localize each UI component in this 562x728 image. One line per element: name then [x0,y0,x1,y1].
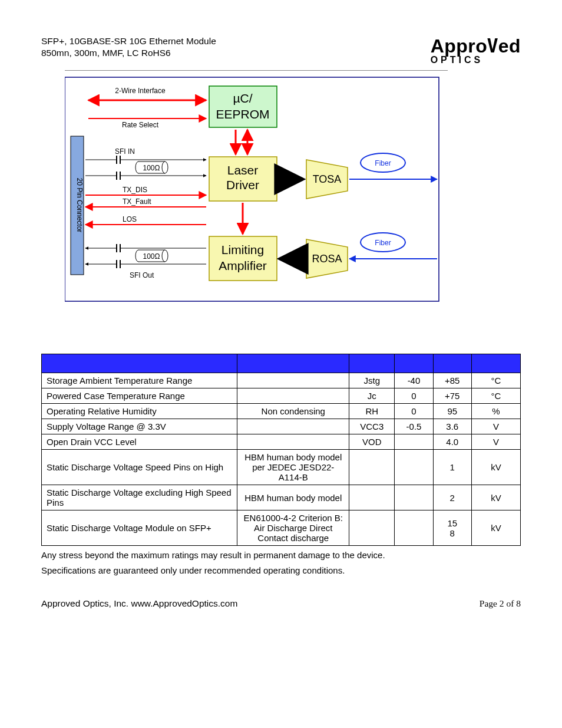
cell-unit: kV [471,450,520,485]
cell-max: 3.6 [433,419,471,434]
cell-param: Open Drain VCC Level [42,434,237,450]
cell-sym [349,510,395,546]
cell-min [395,434,433,450]
logo-top: Approved [431,35,521,57]
cell-cond [237,434,349,450]
cell-param: Static Discharge Voltage Speed Pins on H… [42,450,237,485]
divider [65,70,448,71]
table-header-row [42,354,521,373]
cell-sym: Jc [349,388,395,404]
cell-param: Supply Voltage Range @ 3.3V [42,419,237,434]
cell-max: 4.0 [433,434,471,450]
cell-sym: VOD [349,434,395,450]
svg-point-55 [162,250,168,262]
table-row: Powered Case Temperature RangeJc0+75°C [42,388,521,404]
table-row: Static Discharge Voltage excluding High … [42,485,521,510]
note-line1: Any stress beyond the maximum ratings ma… [41,549,521,561]
cell-max: 95 [433,404,471,419]
cell-max: 1 [433,450,471,485]
cell-min [395,450,433,485]
table-row: Operating Relative HumidityNon condensin… [42,404,521,419]
cell-unit: % [471,404,520,419]
cell-min [395,485,433,510]
cell-param: Powered Case Temperature Range [42,388,237,404]
page: SFP+, 10GBASE-SR 10G Ethernet Module 850… [0,0,562,633]
cell-unit: °C [471,388,520,404]
cell-min: 0 [395,388,433,404]
cell-sym [349,485,395,510]
header-line2: 850mn, 300m, MMF, LC RoHS6 [41,48,171,58]
footer-page: Page 2 of 8 [480,598,521,609]
cell-param: Storage Ambient Temperature Range [42,373,237,388]
cell-cond [237,419,349,434]
cell-unit: kV [471,510,520,546]
cell-min: -40 [395,373,433,388]
svg-text:100Ω: 100Ω [143,252,160,261]
svg-text:Laser: Laser [227,163,259,177]
header-line1: SFP+, 10GBASE-SR 10G Ethernet Module [41,36,216,46]
cell-cond [237,373,349,388]
svg-text:Rate Select: Rate Select [122,121,159,129]
svg-text:2-Wire Interface: 2-Wire Interface [115,87,166,95]
cell-cond: EN61000-4-2 Criterion B: Air Discharge D… [237,510,349,546]
cell-max: +75 [433,388,471,404]
svg-text:SFI IN: SFI IN [115,147,135,156]
cell-cond: HBM human body model per JEDEC JESD22-A1… [237,450,349,485]
cell-cond: HBM human body model [237,485,349,510]
svg-text:ROSA: ROSA [312,253,342,265]
svg-text:100Ω: 100Ω [143,164,160,172]
table-row: Open Drain VCC LevelVOD4.0V [42,434,521,450]
cell-unit: °C [471,373,520,388]
svg-text:Fiber: Fiber [375,239,391,247]
header-text: SFP+, 10GBASE-SR 10G Ethernet Module 850… [41,35,216,59]
cell-cond [237,388,349,404]
svg-text:Amplifier: Amplifier [219,259,267,272]
cell-sym: Jstg [349,373,395,388]
svg-text:TX_Fault: TX_Fault [123,197,151,206]
block-diagram: 20 Pin Connector µC/ EEPROM Laser Driver… [65,74,521,307]
cell-cond: Non condensing [237,404,349,419]
note-line2: Specifications are guaranteed only under… [41,565,521,577]
cell-max: +85 [433,373,471,388]
cell-max: 2 [433,485,471,510]
connector-label: 20 Pin Connector [75,178,84,233]
cell-max: 158 [433,510,471,546]
table-row: Supply Voltage Range @ 3.3VVCC3-0.53.6V [42,419,521,434]
table-row: Static Discharge Voltage Module on SFP+E… [42,510,521,546]
cell-sym [349,450,395,485]
svg-text:SFI Out: SFI Out [130,271,154,279]
cell-sym: VCC3 [349,419,395,434]
header: SFP+, 10GBASE-SR 10G Ethernet Module 850… [41,35,521,65]
svg-text:LOS: LOS [123,215,137,223]
svg-text:TX_DIS: TX_DIS [123,186,147,194]
cell-min [395,510,433,546]
cell-param: Operating Relative Humidity [42,404,237,419]
table-row: Storage Ambient Temperature RangeJstg-40… [42,373,521,388]
table-row: Static Discharge Voltage Speed Pins on H… [42,450,521,485]
logo: Approved OPTICS [431,35,521,65]
cell-min: 0 [395,404,433,419]
footer: Approved Optics, Inc. www.ApprovedOptics… [41,598,521,609]
cell-param: Static Discharge Voltage Module on SFP+ [42,510,237,546]
ratings-table: Storage Ambient Temperature RangeJstg-40… [41,354,521,546]
svg-text:Fiber: Fiber [375,159,391,167]
cell-unit: V [471,434,520,450]
svg-text:EEPROM: EEPROM [216,107,269,121]
footer-left: Approved Optics, Inc. www.ApprovedOptics… [41,598,237,609]
svg-text:Driver: Driver [226,178,259,192]
svg-text:TOSA: TOSA [313,173,342,185]
svg-point-35 [162,162,168,173]
cell-sym: RH [349,404,395,419]
svg-text:Limiting: Limiting [222,243,264,256]
cell-min: -0.5 [395,419,433,434]
svg-text:µC/: µC/ [233,91,252,105]
cell-param: Static Discharge Voltage excluding High … [42,485,237,510]
cell-unit: kV [471,485,520,510]
cell-unit: V [471,419,520,434]
